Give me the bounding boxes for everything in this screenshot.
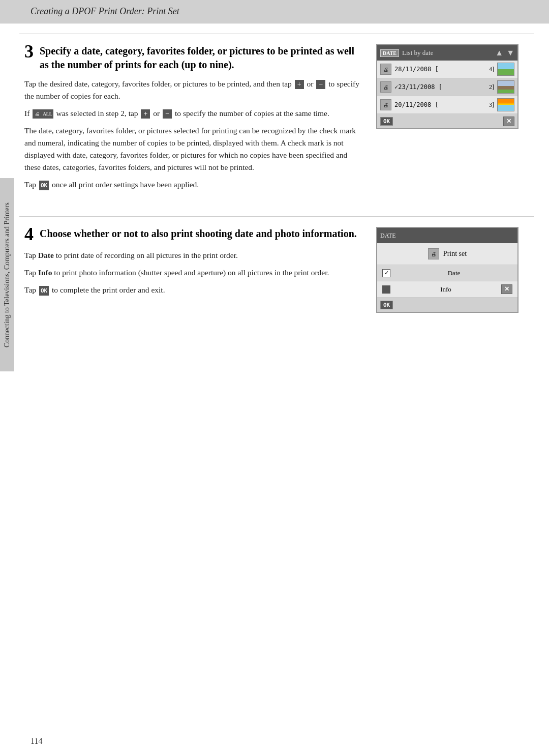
- camera-header-2: DATE: [377, 228, 517, 243]
- camera-footer-1: OK ✕: [377, 114, 517, 128]
- row-2-icon: 🖨: [380, 81, 391, 93]
- info-keyword: Info: [38, 268, 52, 277]
- step-3-para2-end: to specify the number of copies at the s…: [175, 109, 329, 118]
- all-icon: 🖨ALL: [33, 109, 53, 119]
- page: Creating a DPOF Print Order: Print Set C…: [0, 0, 549, 756]
- ok-badge-1[interactable]: OK: [380, 117, 393, 126]
- camera-body-2: 🖨 Print set: [377, 243, 517, 265]
- camera-footer-2: OK: [377, 298, 517, 312]
- row-3-count: 3]: [480, 101, 494, 109]
- camera2-row-date[interactable]: Date: [377, 265, 517, 281]
- step-4-para2-prefix: Tap: [24, 268, 36, 277]
- step-4-para3-prefix: Tap: [24, 285, 36, 294]
- step-3-heading-text: Specify a date, category, favorites fold…: [40, 45, 354, 70]
- camera-row-1[interactable]: 🖨 28/11/2008 [ 4]: [377, 61, 517, 78]
- step-4-body: Tap Date to print date of recording on a…: [24, 249, 361, 296]
- step-3-para4: Tap OK once all print order settings hav…: [24, 179, 361, 191]
- camera-row-2[interactable]: 🖨 ✓23/11/2008 [ 2]: [377, 78, 517, 96]
- row-1-date: 28/11/2008 [: [394, 66, 477, 73]
- row-3-icon: 🖨: [380, 99, 391, 110]
- camera-screen-1: DATE List by date ▲ ▼ 🖨 28/11/2008 [ 4]: [376, 44, 518, 129]
- step-3-left: 3 Specify a date, category, favorites fo…: [24, 44, 361, 196]
- step-3-heading: 3 Specify a date, category, favorites fo…: [24, 44, 361, 72]
- camera-screen-2: DATE 🖨 Print set Date Info: [376, 227, 518, 313]
- ok-icon: OK: [39, 181, 49, 190]
- ok-badge-2[interactable]: OK: [380, 301, 393, 309]
- nav-down-icon[interactable]: ▼: [506, 48, 514, 57]
- step-3-para3: The date, category, favorites folder, or…: [24, 125, 361, 173]
- thumb-sunset-1: [498, 99, 514, 111]
- nav-up-icon[interactable]: ▲: [495, 48, 503, 57]
- camera-row-3[interactable]: 🖨 20/11/2008 [ 3]: [377, 96, 517, 114]
- row-2-count: 2]: [480, 83, 494, 91]
- date-row-label: Date: [395, 269, 512, 277]
- step-3-para2-suffix: was selected in step 2, tap: [56, 109, 138, 118]
- plus-icon: +: [295, 80, 304, 89]
- info-checkbox[interactable]: [382, 285, 390, 294]
- step-3-para1-text: Tap the desired date, category, favorite…: [24, 79, 292, 88]
- step-4-number: 4: [24, 227, 34, 243]
- row-3-thumb: [497, 98, 514, 111]
- date-badge-1: DATE: [380, 49, 399, 57]
- main-content: 3 Specify a date, category, favorites fo…: [19, 23, 534, 323]
- thumb-landscape-1: [498, 63, 514, 75]
- side-tab-label: Connecting to Televisions, Computers and…: [3, 202, 12, 347]
- step-3-para2: If 🖨ALL was selected in step 2, tap + or…: [24, 107, 361, 120]
- step-4-para3: Tap OK to complete the print order and e…: [24, 284, 361, 296]
- step-4-para3-suffix: to complete the print order and exit.: [52, 285, 165, 294]
- ok-icon-2: OK: [39, 286, 49, 296]
- step-4-left: 4 Choose whether or not to also print sh…: [24, 227, 361, 301]
- step-3-para4-suffix: once all print order settings have been …: [52, 180, 199, 189]
- plus-icon-2: +: [141, 109, 150, 119]
- row-3-date: 20/11/2008 [: [394, 101, 477, 108]
- minus-icon-2: −: [163, 109, 172, 119]
- info-row-label: Info: [395, 285, 496, 294]
- row-2-date: ✓23/11/2008 [: [394, 83, 477, 91]
- print-set-label: Print set: [443, 250, 467, 258]
- header-title: Creating a DPOF Print Order: Print Set: [30, 6, 179, 16]
- list-by-date-label: List by date: [402, 49, 492, 57]
- minus-icon: −: [316, 80, 325, 89]
- row-2-thumb: [497, 80, 514, 94]
- step-4-heading: 4 Choose whether or not to also print sh…: [24, 227, 361, 243]
- page-number: 114: [30, 737, 42, 746]
- thumb-mountains-1: [498, 81, 514, 93]
- step-3-body: Tap the desired date, category, favorite…: [24, 78, 361, 191]
- x-badge-1[interactable]: ✕: [503, 117, 514, 126]
- step-3-para1: Tap the desired date, category, favorite…: [24, 78, 361, 102]
- step-3-section: 3 Specify a date, category, favorites fo…: [19, 34, 534, 206]
- date-keyword: Date: [38, 251, 54, 259]
- step-4-para2-suffix: to print photo information (shutter spee…: [54, 268, 329, 277]
- date-checkbox[interactable]: [382, 269, 390, 277]
- step-4-para1-prefix: Tap: [24, 251, 36, 259]
- step-3-number: 3: [24, 44, 34, 61]
- step-4-para1-suffix: to print date of recording on all pictur…: [56, 251, 238, 259]
- date-badge-2: DATE: [380, 232, 396, 240]
- step-3-para2-prefix: If: [24, 109, 29, 118]
- camera-header-1: DATE List by date ▲ ▼: [377, 45, 517, 61]
- side-tab: Connecting to Televisions, Computers and…: [0, 178, 14, 371]
- row-1-icon: 🖨: [380, 64, 391, 75]
- page-header: Creating a DPOF Print Order: Print Set: [0, 0, 549, 23]
- camera2-row-info[interactable]: Info ✕: [377, 281, 517, 298]
- step-3-para4-prefix: Tap: [24, 180, 36, 189]
- step-4-para1: Tap Date to print date of recording on a…: [24, 249, 361, 261]
- step-3-camera-ui: DATE List by date ▲ ▼ 🖨 28/11/2008 [ 4]: [376, 44, 518, 129]
- print-icon-2: 🖨: [428, 248, 439, 259]
- x-badge-2[interactable]: ✕: [501, 284, 512, 294]
- step-4-camera-ui: DATE 🖨 Print set Date Info: [376, 227, 518, 313]
- step-4-heading-text: Choose whether or not to also print shoo…: [40, 228, 357, 239]
- step-4-para2: Tap Info to print photo information (shu…: [24, 267, 361, 279]
- row-1-count: 4]: [480, 66, 494, 73]
- step-4-section: 4 Choose whether or not to also print sh…: [19, 216, 534, 323]
- row-1-thumb: [497, 63, 514, 76]
